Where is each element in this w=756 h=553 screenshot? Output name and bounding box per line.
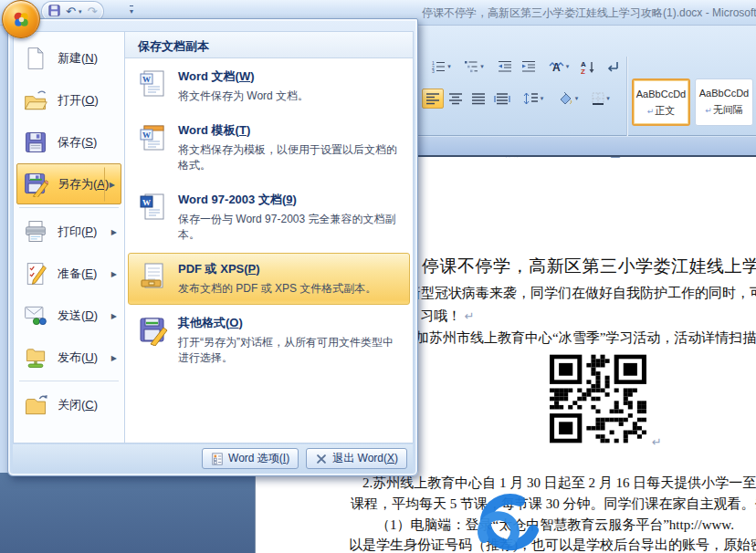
word-97-2003-icon: W <box>138 192 169 223</box>
align-left-button[interactable] <box>422 89 444 109</box>
submenu-arrow-icon: ▶ <box>111 269 117 277</box>
submenu-item-description: 发布文档的 PDF 或 XPS 文件格式副本。 <box>178 281 376 297</box>
style-sample-text: AaBbCcDd <box>634 89 688 99</box>
office-button[interactable] <box>2 0 40 38</box>
submenu-arrow-icon: ▶ <box>104 167 117 201</box>
style-name: ↵正文 <box>634 104 688 118</box>
menu-item-label: 保存(S) <box>58 134 97 151</box>
sort-button[interactable]: AZ <box>577 57 599 77</box>
close-folder-icon <box>23 392 48 418</box>
document-paragraph: 习哦！ ↵ <box>420 308 475 325</box>
borders-button[interactable]: ▾ <box>586 89 615 109</box>
publish-icon <box>23 345 48 370</box>
menu-item-send[interactable]: 发送(D)▶ <box>16 295 121 336</box>
pdf-xps-icon <box>138 261 169 292</box>
menu-item-label: 准备(E) <box>58 266 97 282</box>
office-menu-footer: Word 选项(I)退出 Word(X) <box>13 444 413 473</box>
submenu-item-description: 打开“另存为”对话框，从所有可用文件类型中进行选择。 <box>178 335 400 366</box>
word-options-button[interactable]: Word 选项(I) <box>202 448 299 469</box>
undo-dropdown-icon[interactable]: ▾ <box>79 8 82 16</box>
menu-separator <box>19 381 119 381</box>
numbered-list-button[interactable]: 123▾ <box>425 57 457 77</box>
office-menu-submenu-pane: 保存文档副本 WWord 文档(W)将文件保存为 Word 文档。WWord 模… <box>124 31 414 443</box>
svg-text:W: W <box>142 198 151 207</box>
style-name: ↵无间隔 <box>696 103 752 117</box>
increase-indent-button[interactable] <box>518 57 540 77</box>
paragraph-mark: ↵ <box>652 435 662 449</box>
submenu-item-description: 保存一份与 Word 97-2003 完全兼容的文档副本。 <box>178 212 400 243</box>
office-menu: 新建(N)打开(O)保存(S)另存为(A)▶打印(P)▶准备(E)▶发送(D)▶… <box>7 18 418 476</box>
prepare-icon <box>23 261 48 287</box>
print-icon <box>23 219 48 245</box>
office-menu-left-pane: 新建(N)打开(O)保存(S)另存为(A)▶打印(P)▶准备(E)▶发送(D)▶… <box>13 31 124 443</box>
other-formats-icon <box>138 315 169 346</box>
save-as-icon <box>23 172 48 197</box>
document-paragraph: 新型冠状病毒来袭，同学们在做好自我防护工作的同时，可以利 <box>407 285 756 302</box>
align-right-button[interactable] <box>467 89 489 109</box>
menu-item-publish[interactable]: 发布(U)▶ <box>16 337 121 378</box>
customize-quick-access-icon[interactable]: ▾ <box>130 5 133 16</box>
open-folder-icon <box>23 88 48 113</box>
asian-layout-button[interactable]: A▾ <box>544 57 573 77</box>
menu-item-close[interactable]: 关闭(C) <box>16 384 121 425</box>
menu-item-save-as[interactable]: 另存为(A)▶ <box>16 163 121 204</box>
document-paragraph: （1）电脑端：登录“太仓中智慧教育云服务平台”http://www. <box>376 516 734 534</box>
menu-item-label: 关闭(C) <box>58 397 98 413</box>
exit-word-button[interactable]: 退出 Word(X) <box>306 448 407 469</box>
show-hide-marks-button[interactable] <box>603 57 623 77</box>
menu-item-save[interactable]: 保存(S) <box>16 121 121 162</box>
redo-icon[interactable]: ↷ <box>87 5 97 17</box>
menu-item-prepare[interactable]: 准备(E)▶ <box>16 253 121 294</box>
line-spacing-button[interactable]: ▾ <box>519 89 548 109</box>
menu-item-new[interactable]: 新建(N) <box>16 37 121 78</box>
menu-item-label: 另存为(A) <box>58 176 109 193</box>
exit-x-icon <box>315 453 328 465</box>
shading-button[interactable]: ▾ <box>553 89 583 109</box>
document-title-text: 停课不停学，高新区第三小学娄江娃线上学习攻略 <box>422 255 756 278</box>
paragraph-mark: ↵ <box>465 309 475 323</box>
align-center-button[interactable] <box>445 89 467 109</box>
submenu-item-title: Word 模板(T) <box>178 122 400 139</box>
submenu-arrow-icon: ▶ <box>111 353 117 361</box>
svg-text:Z: Z <box>581 68 585 74</box>
submenu-item-other-formats[interactable]: 其他格式(O)打开“另存为”对话框，从所有可用文件类型中进行选择。 <box>128 307 410 374</box>
submenu-item-title: Word 97-2003 文档(9) <box>178 192 400 208</box>
office-logo-icon <box>11 9 31 29</box>
save-icon[interactable] <box>48 4 60 20</box>
button-label: Word 选项(I) <box>228 451 289 466</box>
svg-text:3: 3 <box>432 68 435 73</box>
submenu-item-pdf-xps[interactable]: PDF 或 XPS(P)发布文档的 PDF 或 XPS 文件格式副本。 <box>128 253 410 305</box>
word-options-icon <box>211 453 224 465</box>
submenu-header: 保存文档副本 <box>125 32 413 58</box>
submenu-item-title: PDF 或 XPS(P) <box>178 261 376 277</box>
submenu-item-title: 其他格式(O) <box>178 315 400 331</box>
qr-code <box>546 351 650 450</box>
submenu-item-word-document[interactable]: WWord 文档(W)将文件保存为 Word 文档。 <box>128 60 410 112</box>
multilevel-list-button[interactable]: ▾ <box>458 57 489 77</box>
decrease-indent-button[interactable] <box>494 57 516 77</box>
ribbon: 123▾ ▾ A▾ AZ <box>402 26 756 136</box>
style-sample-text: AaBbCcDd <box>696 88 752 99</box>
document-paragraph: 以是学生身份证号码（推荐)，也可以是学校后台导出的账号，原始密码 <box>349 537 756 553</box>
distribute-text-button[interactable] <box>490 89 514 109</box>
watermark-swirl-logo <box>459 493 543 551</box>
document-paragraph: 参加苏州市线上教育中心“冰雪季”学习活动，活动详情扫描二维码 <box>402 329 756 347</box>
undo-icon[interactable]: ↶ <box>66 5 76 17</box>
menu-item-label: 打开(O) <box>58 92 99 109</box>
submenu-item-word-97-2003[interactable]: WWord 97-2003 文档(9)保存一份与 Word 97-2003 完全… <box>128 183 410 251</box>
style-card-no-spacing[interactable]: AaBbCcDd↵无间隔 <box>695 78 753 126</box>
menu-item-label: 新建(N) <box>58 50 98 67</box>
button-label: 退出 Word(X) <box>332 451 398 466</box>
submenu-arrow-icon: ▶ <box>111 227 117 235</box>
menu-item-label: 打印(P) <box>58 224 97 240</box>
document-paragraph: 2.苏州线上教育中心自 1 月 30 日起至 2 月 16 日每天提供小学一至 <box>362 475 756 492</box>
send-icon <box>23 303 48 329</box>
menu-separator <box>19 207 119 208</box>
menu-item-print[interactable]: 打印(P)▶ <box>16 211 121 252</box>
menu-item-open[interactable]: 打开(O) <box>16 79 121 120</box>
style-card-normal[interactable]: AaBbCcDd↵正文 <box>632 78 690 126</box>
svg-text:A: A <box>552 61 561 73</box>
window-title: 停课不停学，高新区第三小学娄江娃线上学习攻略(1).docx - Microso… <box>422 5 756 21</box>
submenu-item-word-template[interactable]: WWord 模板(T)将文档保存为模板，以便用于设置以后文档的格式。 <box>128 114 410 182</box>
menu-item-label: 发送(D) <box>58 308 98 324</box>
